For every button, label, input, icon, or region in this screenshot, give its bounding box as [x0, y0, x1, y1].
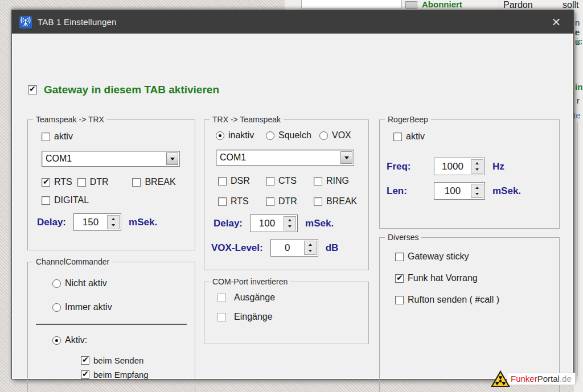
radio-nicht-aktiv-row[interactable]: Nicht aktiv	[52, 278, 195, 288]
dsr-row[interactable]: DSR	[218, 176, 266, 186]
vox-level-value[interactable]: 0	[271, 240, 304, 256]
break-row[interactable]: BREAK	[314, 196, 362, 207]
gateway-sticky-row[interactable]: Gateway sticky	[395, 251, 559, 262]
ring-checkbox[interactable]	[314, 177, 322, 185]
nicht-aktiv-radio[interactable]	[52, 279, 61, 288]
dtr-label: DTR	[90, 177, 109, 187]
beim-empfang-row[interactable]: beim Empfang	[81, 370, 195, 379]
vox-radio[interactable]	[319, 131, 328, 140]
aktiv-radio[interactable]	[52, 336, 61, 345]
inaktiv-radio[interactable]	[216, 131, 224, 140]
vox-level-label: VOX-Level:	[211, 242, 263, 254]
arrow-down-icon	[112, 224, 115, 226]
dropdown-button[interactable]	[340, 151, 352, 164]
background-window-border	[577, 122, 578, 376]
ausgaenge-checkbox[interactable]	[217, 294, 226, 302]
close-icon[interactable]: ✕	[548, 14, 564, 30]
radio-vox-row[interactable]: VOX	[319, 130, 359, 141]
len-spinner[interactable]: 100	[434, 182, 485, 200]
com-port-dropdown[interactable]: COM1	[216, 150, 354, 166]
eingaenge-checkbox[interactable]	[217, 313, 226, 321]
dtr-checkbox[interactable]	[266, 197, 274, 206]
break-row[interactable]: BREAK	[132, 177, 195, 187]
eingaenge-row[interactable]: Eingänge	[217, 312, 368, 322]
immer-aktiv-radio[interactable]	[52, 303, 61, 312]
dtr-row[interactable]: DTR	[77, 177, 133, 187]
dtr-row[interactable]: DTR	[266, 196, 314, 207]
group-teamspeak-trx: Teamspeak -> TRX aktiv COM1 RTS	[27, 119, 195, 250]
cts-row[interactable]: CTS	[266, 176, 314, 186]
dialog-body: Gateway in diesem TAB aktivieren Teamspe…	[12, 34, 573, 379]
dtr-label: DTR	[278, 196, 297, 207]
break-checkbox[interactable]	[314, 197, 322, 206]
background-link-fragment[interactable]: te	[573, 110, 581, 120]
background-text-fragment: ic	[576, 36, 582, 46]
rts-checkbox[interactable]	[218, 197, 227, 206]
ring-row[interactable]: RING	[314, 176, 362, 186]
rufton-senden-row[interactable]: Rufton senden ( #call )	[395, 295, 559, 305]
arrow-down-icon	[475, 193, 479, 195]
gateway-activate-checkbox[interactable]	[28, 85, 37, 94]
spin-down-button[interactable]	[471, 191, 483, 198]
beim-empfang-checkbox[interactable]	[81, 370, 89, 379]
background-text-input[interactable]	[301, 0, 402, 9]
abonniert-label: Abonniert	[422, 0, 462, 9]
break-checkbox[interactable]	[132, 178, 141, 187]
spin-down-button[interactable]	[471, 167, 483, 174]
delay-label: Delay:	[214, 218, 243, 229]
vox-level-spinner[interactable]: 0	[270, 239, 318, 257]
radio-squelch-row[interactable]: Squelch	[266, 130, 319, 141]
aktiv-row[interactable]: aktiv	[393, 131, 559, 142]
freq-spinner[interactable]: 1000	[434, 158, 485, 175]
digital-row[interactable]: DIGITAL	[42, 195, 195, 205]
aktiv-row[interactable]: aktiv	[42, 131, 195, 142]
funk-vorrang-row[interactable]: Funk hat Vorrang	[395, 273, 559, 283]
digital-label: DIGITAL	[54, 195, 89, 205]
delay-value[interactable]: 100	[251, 215, 284, 232]
aktiv-checkbox[interactable]	[393, 133, 402, 141]
rts-label: RTS	[231, 196, 249, 207]
len-label: Len:	[387, 185, 426, 197]
delay-spinner[interactable]: 100	[250, 214, 298, 232]
squelch-radio[interactable]	[266, 131, 274, 140]
rts-row[interactable]: RTS	[42, 177, 77, 187]
funk-vorrang-checkbox[interactable]	[395, 274, 404, 283]
ausgaenge-row[interactable]: Ausgänge	[217, 292, 368, 303]
dropdown-button[interactable]	[166, 152, 178, 165]
dsr-checkbox[interactable]	[218, 177, 227, 185]
gateway-sticky-checkbox[interactable]	[395, 253, 404, 261]
beim-senden-row[interactable]: beim Senden	[81, 356, 195, 365]
freq-value[interactable]: 1000	[434, 158, 471, 175]
ausgaenge-label: Ausgänge	[234, 292, 275, 303]
digital-checkbox[interactable]	[42, 196, 50, 205]
spin-down-button[interactable]	[108, 222, 119, 229]
radio-aktiv-row[interactable]: Aktiv:	[52, 335, 195, 345]
spinner-buttons	[284, 216, 296, 230]
com-port-dropdown[interactable]: COM1	[42, 151, 180, 167]
rufton-senden-checkbox[interactable]	[395, 296, 404, 304]
delay-value[interactable]: 150	[74, 214, 107, 230]
rts-checkbox[interactable]	[42, 178, 50, 187]
spin-up-button[interactable]	[471, 160, 483, 167]
background-small-icon[interactable]	[405, 1, 417, 9]
spin-up-button[interactable]	[108, 216, 119, 222]
spin-down-button[interactable]	[284, 224, 295, 230]
gateway-activate-row[interactable]: Gateway in diesem TAB aktivieren	[28, 84, 219, 96]
spin-up-button[interactable]	[284, 217, 295, 224]
cts-checkbox[interactable]	[266, 177, 274, 185]
spin-up-button[interactable]	[471, 184, 483, 191]
len-value[interactable]: 100	[434, 183, 471, 199]
radio-immer-aktiv-row[interactable]: Immer aktiv	[52, 302, 195, 312]
spinner-buttons	[304, 241, 317, 255]
beim-senden-checkbox[interactable]	[81, 356, 89, 365]
rts-row[interactable]: RTS	[218, 196, 266, 207]
aktiv-checkbox[interactable]	[42, 133, 50, 141]
spin-up-button[interactable]	[305, 241, 316, 248]
dtr-checkbox[interactable]	[77, 178, 86, 187]
delay-spinner[interactable]: 150	[73, 213, 121, 231]
rufton-senden-label: Rufton senden ( #call )	[408, 295, 499, 305]
titlebar[interactable]: TAB 1 Einstellungen ✕	[12, 10, 573, 34]
freq-unit: Hz	[492, 161, 504, 172]
spin-down-button[interactable]	[305, 248, 316, 255]
radio-inaktiv-row[interactable]: inaktiv	[216, 130, 266, 141]
